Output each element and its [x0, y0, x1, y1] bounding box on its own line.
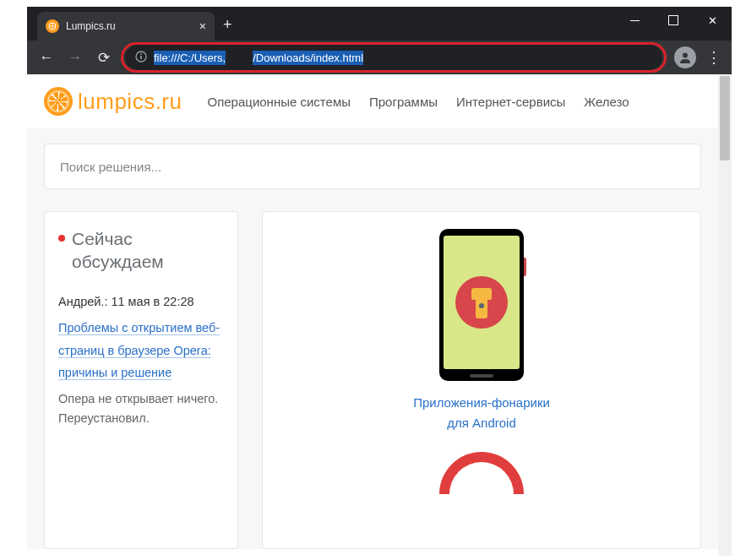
svg-point-6	[683, 53, 688, 58]
browser-window: Lumpics.ru × + ← → ⟳ file:///C:/Users,/D…	[27, 7, 732, 557]
sidebar: Сейчас обсуждаем Андрей.: 11 мая в 22:28…	[44, 211, 238, 549]
new-tab-button[interactable]: +	[223, 16, 232, 34]
minimize-button[interactable]	[615, 7, 654, 34]
content-columns: Сейчас обсуждаем Андрей.: 11 мая в 22:28…	[27, 211, 718, 549]
site-info-icon[interactable]	[135, 51, 147, 65]
site-header: lumpics.ru Операционные системы Программ…	[27, 74, 718, 128]
frame-bottom	[0, 556, 735, 559]
forward-button[interactable]: →	[63, 45, 88, 70]
comment-text: Опера не открывает ничего. Переустановил…	[58, 389, 224, 428]
nav-services[interactable]: Интернет-сервисы	[456, 95, 565, 109]
browser-tab[interactable]: Lumpics.ru ×	[37, 12, 215, 41]
menu-button[interactable]: ⋮	[703, 48, 725, 67]
comment-link: Проблемы с открытием веб-страниц в брауз…	[58, 317, 224, 384]
address-text: file:///C:/Users,/Downloads/index.html	[154, 52, 363, 64]
nav-os[interactable]: Операционные системы	[207, 95, 351, 109]
logo-icon	[44, 87, 73, 116]
logo-text: lumpics.ru	[78, 89, 182, 115]
svg-point-4	[140, 53, 142, 55]
maximize-button[interactable]	[654, 7, 693, 34]
nav-hardware[interactable]: Железо	[584, 95, 629, 109]
sidebar-heading: Сейчас обсуждаем	[58, 227, 224, 274]
main-article: Приложения-фонарикидля Android	[262, 211, 701, 549]
flashlight-icon	[455, 276, 508, 329]
address-bar[interactable]: file:///C:/Users,/Downloads/index.html	[125, 45, 662, 70]
titlebar: Lumpics.ru × +	[27, 7, 732, 41]
nav-programs[interactable]: Программы	[369, 95, 438, 109]
main-nav: Операционные системы Программы Интернет-…	[207, 95, 629, 109]
address-bar-container: file:///C:/Users,/Downloads/index.html	[125, 45, 662, 70]
scrollbar[interactable]	[718, 74, 732, 557]
article-link[interactable]: Приложения-фонарикидля Android	[413, 395, 550, 430]
comment-meta: Андрей.: 11 мая в 22:28	[58, 292, 224, 312]
back-button[interactable]: ←	[34, 45, 59, 70]
search-input[interactable]	[60, 160, 685, 174]
toolbar: ← → ⟳ file:///C:/Users,/Downloads/index.…	[27, 41, 732, 74]
window-controls	[615, 7, 732, 34]
profile-button[interactable]	[674, 46, 696, 68]
sidebar-title-text: Сейчас обсуждаем	[72, 227, 224, 274]
viewport: lumpics.ru Операционные системы Программ…	[27, 74, 732, 557]
site-logo[interactable]: lumpics.ru	[44, 87, 182, 116]
window-close-button[interactable]	[693, 7, 732, 34]
page-content: lumpics.ru Операционные системы Программ…	[27, 74, 718, 557]
phone-illustration	[439, 229, 524, 381]
svg-rect-5	[140, 56, 142, 59]
live-dot-icon	[58, 235, 65, 242]
article-title: Приложения-фонарикидля Android	[280, 393, 683, 433]
search-box[interactable]	[44, 144, 701, 189]
next-illustration	[439, 452, 524, 494]
search-section	[27, 128, 718, 211]
tab-title: Lumpics.ru	[66, 20, 193, 32]
scroll-thumb[interactable]	[720, 76, 730, 160]
reload-button[interactable]: ⟳	[91, 45, 117, 70]
comment-link-anchor[interactable]: Проблемы с открытием веб-страниц в брауз…	[58, 321, 220, 381]
tab-favicon	[46, 19, 59, 33]
tab-close-icon[interactable]: ×	[199, 19, 206, 33]
